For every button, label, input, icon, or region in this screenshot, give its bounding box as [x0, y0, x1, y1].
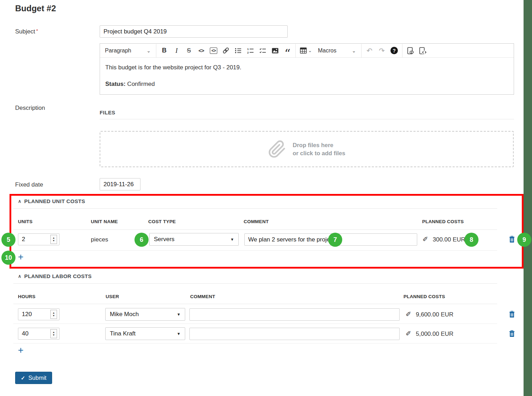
- svg-text:2: 2: [247, 51, 249, 54]
- toolbar-divider: [361, 44, 362, 57]
- select-arrow-icon: ▼: [230, 237, 234, 241]
- delete-trash-icon[interactable]: [509, 330, 515, 337]
- insert-table-icon[interactable]: ⌄: [298, 45, 314, 57]
- help-icon[interactable]: ?: [388, 45, 400, 57]
- undo-icon[interactable]: ↶: [363, 45, 376, 57]
- image-icon[interactable]: [269, 45, 281, 57]
- fixed-date-input[interactable]: [100, 178, 140, 190]
- hours-stepper[interactable]: 120 ▲ ▼: [18, 308, 60, 320]
- column-header-hours: HOURS: [18, 294, 36, 299]
- files-heading: FILES: [100, 109, 115, 115]
- user-select[interactable]: Mike Moch ▼: [105, 308, 185, 321]
- edit-pencil-icon[interactable]: ✎: [406, 309, 411, 318]
- subject-input[interactable]: [100, 25, 288, 38]
- chevron-down-icon: ⌄: [352, 48, 356, 54]
- column-header-planned-costs: PLANNED COSTS: [422, 219, 464, 224]
- add-labor-cost-button[interactable]: +: [18, 346, 24, 354]
- submit-button[interactable]: ✓ Submit: [15, 372, 52, 384]
- editor-toolbar: Paragraph ⌄ B I S <> <> 12: [100, 44, 514, 58]
- labor-planned-costs-value: 5,000.00 EUR: [416, 331, 453, 338]
- column-header-units: UNITS: [18, 219, 33, 224]
- spinner-arrows-icon[interactable]: ▲ ▼: [50, 235, 57, 244]
- macros-dropdown[interactable]: Macros ⌄: [314, 45, 359, 56]
- planned-unit-costs-toggle[interactable]: ∧ PLANNED UNIT COSTS: [18, 198, 85, 204]
- row-divider: [13, 250, 497, 251]
- svg-text:1: 1: [247, 48, 249, 51]
- editor-paragraph: This budget is for the website project f…: [105, 64, 508, 71]
- editor-content[interactable]: This budget is for the website project f…: [100, 58, 514, 94]
- column-header-comment: COMMENT: [190, 294, 215, 299]
- cost-type-select[interactable]: Servers ▼: [149, 233, 239, 246]
- subject-label: Subject*: [15, 28, 38, 35]
- collapse-caret-icon: ∧: [18, 274, 21, 279]
- section-divider: [13, 283, 497, 284]
- edit-pencil-icon[interactable]: ✎: [406, 329, 411, 337]
- todo-list-icon[interactable]: [257, 45, 269, 57]
- description-label: Description: [15, 105, 45, 112]
- page-background-strip: [524, 0, 532, 396]
- collapse-caret-icon: ∧: [18, 199, 21, 204]
- fixed-date-label: Fixed date: [15, 181, 43, 188]
- planned-labor-costs-toggle[interactable]: ∧ PLANNED LABOR COSTS: [18, 273, 92, 279]
- column-header-user: USER: [106, 294, 119, 299]
- user-select[interactable]: Tina Kraft ▼: [105, 327, 185, 340]
- add-unit-cost-button[interactable]: +: [18, 253, 24, 261]
- annotation-badge-5: 5: [1, 233, 15, 247]
- toolbar-divider: [295, 44, 296, 57]
- files-divider: [100, 119, 514, 119]
- chevron-down-icon: ⌄: [146, 48, 151, 54]
- labor-planned-costs-value: 9,600.00 EUR: [416, 311, 453, 318]
- toolbar-divider: [156, 44, 156, 57]
- select-arrow-icon: ▼: [177, 312, 181, 316]
- row-divider: [13, 323, 497, 324]
- annotation-highlight-rectangle: [10, 194, 524, 269]
- labor-comment-input[interactable]: [189, 308, 400, 321]
- paragraph-style-dropdown[interactable]: Paragraph ⌄: [101, 45, 154, 56]
- column-header-planned-costs: PLANNED COSTS: [403, 294, 445, 299]
- required-asterisk: *: [36, 28, 38, 33]
- link-icon[interactable]: [220, 45, 232, 57]
- spinner-arrows-icon[interactable]: ▲ ▼: [50, 329, 57, 338]
- code-block-icon[interactable]: <>: [207, 45, 220, 57]
- row-divider: [13, 343, 497, 344]
- toolbar-divider: [402, 44, 402, 57]
- spinner-arrows-icon[interactable]: ▲ ▼: [50, 310, 57, 319]
- annotation-badge-7: 7: [328, 233, 342, 247]
- edit-pencil-icon[interactable]: ✎: [423, 234, 428, 243]
- drop-zone-text: Drop files here or click to add files: [293, 141, 345, 157]
- bold-icon[interactable]: B: [158, 45, 170, 57]
- delete-trash-icon[interactable]: [509, 311, 515, 318]
- bulleted-list-icon[interactable]: [232, 45, 244, 57]
- inline-code-icon[interactable]: <>: [195, 45, 207, 57]
- annotation-badge-6: 6: [134, 233, 149, 247]
- annotation-badge-9: 9: [517, 233, 531, 247]
- column-header-unit-name: UNIT NAME: [91, 219, 118, 224]
- file-drop-zone[interactable]: Drop files here or click to add files: [100, 131, 514, 167]
- unit-name-value: pieces: [91, 236, 108, 243]
- editor-status-line: Status: Confirmed: [105, 81, 508, 88]
- labor-comment-input[interactable]: [189, 328, 400, 340]
- block-quote-icon[interactable]: “: [281, 45, 294, 57]
- section-divider: [13, 208, 497, 209]
- redo-icon[interactable]: ↷: [376, 45, 388, 57]
- paperclip-icon: [268, 140, 286, 158]
- chevron-down-icon: ⌄: [308, 48, 312, 53]
- budget-edit-page: Budget #2 Subject* Paragraph ⌄ B I S <> …: [0, 0, 532, 396]
- page-title: Budget #2: [15, 4, 56, 13]
- unit-planned-costs-value: 300.00 EUR: [433, 236, 465, 243]
- column-header-comment: COMMENT: [244, 219, 269, 224]
- select-arrow-icon: ▼: [177, 332, 181, 336]
- italic-icon[interactable]: I: [170, 45, 183, 57]
- numbered-list-icon[interactable]: 12: [244, 45, 257, 57]
- view-source-icon[interactable]: [417, 45, 429, 57]
- hours-stepper[interactable]: 40 ▲ ▼: [18, 328, 60, 340]
- delete-trash-icon[interactable]: [509, 236, 515, 243]
- units-stepper[interactable]: 2 ▲ ▼: [18, 233, 60, 245]
- strikethrough-icon[interactable]: S: [183, 45, 195, 57]
- preview-icon[interactable]: [404, 45, 417, 57]
- check-icon: ✓: [21, 375, 25, 381]
- table-divider: [13, 304, 497, 304]
- annotation-badge-8: 8: [464, 233, 478, 247]
- annotation-badge-10: 10: [1, 251, 15, 265]
- table-divider: [13, 230, 497, 230]
